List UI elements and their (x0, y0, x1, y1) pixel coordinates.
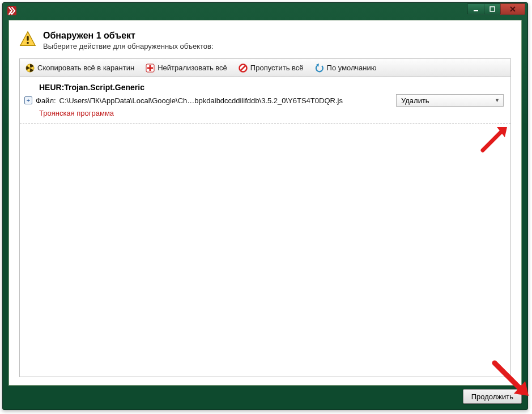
svg-rect-12 (147, 67, 153, 69)
maximize-button[interactable] (484, 3, 501, 15)
chevron-down-icon: ▼ (495, 98, 500, 103)
dialog-window: Обнаружен 1 объект Выберите действие для… (2, 2, 528, 410)
svg-point-5 (27, 42, 29, 44)
dialog-footer: Продолжить (8, 388, 522, 405)
close-button[interactable] (500, 3, 525, 15)
radiation-icon (25, 64, 35, 73)
header-title: Обнаружен 1 объект (43, 31, 214, 41)
titlebar (3, 3, 527, 19)
defaults-label: По умолчанию (327, 64, 377, 72)
file-path: C:\Users\ПК\AppData\Local\Google\Ch…bpkd… (59, 96, 393, 105)
action-toolbar: Скопировать всё в карантин Нейтрализоват… (19, 58, 511, 77)
forbidden-icon (239, 64, 248, 73)
neutralize-all-label: Нейтрализовать всё (158, 64, 227, 72)
action-selected-label: Удалить (401, 96, 429, 105)
svg-rect-2 (490, 7, 495, 11)
expand-toggle[interactable]: + (24, 96, 32, 104)
file-label: Файл: (36, 96, 56, 105)
neutralize-all-button[interactable]: Нейтрализовать всё (146, 64, 227, 73)
continue-button[interactable]: Продолжить (463, 389, 522, 404)
header-text: Обнаружен 1 объект Выберите действие для… (43, 31, 214, 50)
app-icon (7, 6, 16, 15)
warning-icon (19, 31, 36, 48)
verdict-label: Троянская программа (39, 109, 504, 117)
dialog-header: Обнаружен 1 объект Выберите действие для… (19, 31, 511, 50)
defaults-button[interactable]: По умолчанию (315, 64, 377, 73)
titlebar-left (7, 6, 20, 15)
red-cross-icon (146, 64, 155, 73)
undo-icon (315, 64, 324, 73)
minimize-button[interactable] (467, 3, 484, 15)
client-area: Обнаружен 1 объект Выберите действие для… (8, 20, 522, 386)
header-subtitle: Выберите действие для обнаруженных объек… (43, 42, 214, 50)
window-controls (468, 3, 527, 16)
skip-all-button[interactable]: Пропустить всё (239, 64, 304, 73)
threat-name: HEUR:Trojan.Script.Generic (39, 83, 504, 92)
svg-rect-4 (27, 36, 28, 40)
file-line: + Файл: C:\Users\ПК\AppData\Local\Google… (24, 94, 504, 107)
skip-all-label: Пропустить всё (250, 64, 304, 72)
action-dropdown[interactable]: Удалить ▼ (396, 94, 504, 107)
quarantine-all-label: Скопировать всё в карантин (37, 64, 134, 72)
svg-rect-1 (474, 10, 478, 11)
list-item: HEUR:Trojan.Script.Generic + Файл: C:\Us… (20, 77, 510, 124)
quarantine-all-button[interactable]: Скопировать всё в карантин (25, 64, 134, 73)
svg-point-9 (29, 67, 31, 69)
threat-list: HEUR:Trojan.Script.Generic + Файл: C:\Us… (19, 77, 511, 377)
